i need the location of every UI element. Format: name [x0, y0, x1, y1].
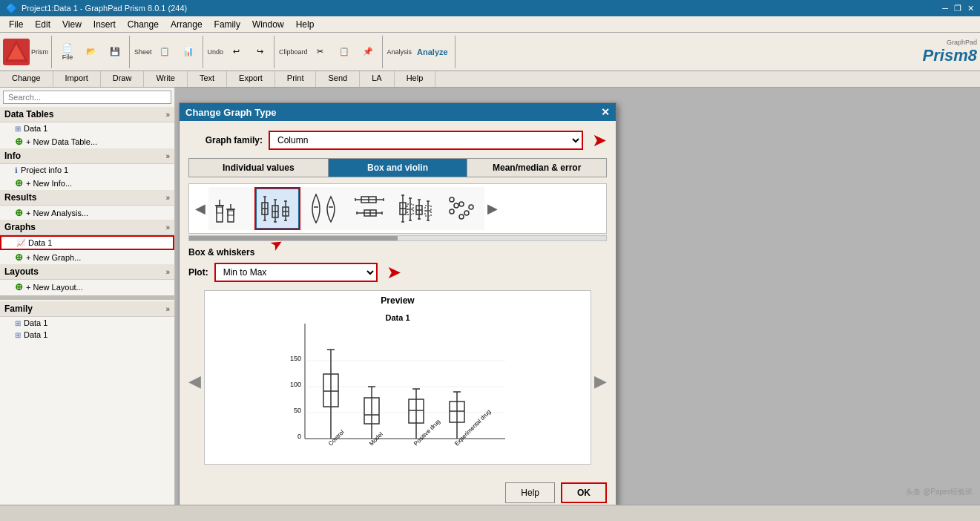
preview-nav-left[interactable]: ◀ — [188, 372, 201, 391]
undo-button[interactable]: ↩ — [225, 45, 247, 59]
menu-change[interactable]: Change — [122, 18, 165, 31]
ok-button[interactable]: OK — [561, 482, 607, 503]
svg-point-57 — [450, 197, 454, 202]
sheet-icon2: 📊 — [183, 47, 194, 56]
copy-button[interactable]: 📋 — [333, 45, 355, 59]
sheet-label: Sheet — [134, 48, 152, 56]
tab-export[interactable]: Export — [227, 71, 275, 87]
menu-family[interactable]: Family — [208, 18, 246, 31]
close-button[interactable]: ✕ — [967, 4, 974, 13]
restore-button[interactable]: ❐ — [954, 4, 961, 13]
data-tables-header[interactable]: Data Tables » — [0, 107, 174, 122]
graphs-header[interactable]: Graphs » — [0, 220, 174, 235]
graph-type-horizontal-box[interactable] — [346, 187, 392, 230]
family-data1b-label: Data 1 — [24, 330, 47, 339]
sidebar-item-new-data-table[interactable]: ⊕ + New Data Table... — [0, 134, 174, 148]
new-button[interactable]: 📄 File — [56, 41, 79, 63]
arrow-plot: ➤ — [387, 262, 401, 283]
sidebar-item-project-info[interactable]: ℹ Project info 1 — [0, 164, 174, 176]
sidebar-item-new-analysis[interactable]: ⊕ + New Analysis... — [0, 206, 174, 220]
tab-send[interactable]: Send — [316, 71, 360, 87]
graph-type-box-whiskers[interactable] — [254, 187, 300, 230]
graph-grid-scrollbar[interactable] — [188, 235, 607, 241]
data-tables-arrow: » — [165, 111, 170, 119]
cut-button[interactable]: ✂ — [309, 45, 332, 59]
tab-box-violin[interactable]: Box and violin — [329, 159, 468, 177]
svg-text:Control: Control — [327, 429, 346, 448]
sidebar-item-data1[interactable]: ⊞ Data 1 — [0, 122, 174, 134]
tab-individual-values[interactable]: Individual values — [189, 159, 329, 177]
graph-type-grouped-box[interactable] — [392, 187, 438, 230]
plot-select[interactable]: Min to Max 10 to 90 percentile 25 to 75 … — [214, 263, 378, 282]
open-button[interactable]: 📂 — [80, 45, 102, 59]
save-button[interactable]: 💾 — [104, 45, 126, 59]
graph-nav-left[interactable]: ◀ — [192, 200, 208, 217]
toolbar-sheet-section: Sheet 📋 📊 — [134, 36, 203, 68]
graph-type-scatter[interactable] — [438, 187, 484, 230]
section-family: Family » ⊞ Data 1 ⊞ Data 1 — [0, 301, 174, 341]
tab-help[interactable]: Help — [395, 71, 436, 87]
sidebar-item-new-graph[interactable]: ⊕ + New Graph... — [0, 250, 174, 264]
sheet-btn2[interactable]: 📊 — [177, 45, 200, 59]
scatter-icon — [443, 191, 480, 226]
graph-family-select[interactable]: Column XY Grouped Contingency Survival P… — [269, 131, 583, 150]
svg-text:Experimental drug: Experimental drug — [453, 408, 492, 447]
analyze-button[interactable]: Analyze — [413, 45, 452, 59]
graphs-arrow: » — [165, 223, 170, 232]
tab-la[interactable]: LA — [360, 71, 394, 87]
data-tables-label: Data Tables — [4, 109, 53, 119]
paste-button[interactable]: 📌 — [357, 45, 379, 59]
sidebar-item-family-data1a[interactable]: ⊞ Data 1 — [0, 317, 174, 329]
info-header[interactable]: Info » — [0, 148, 174, 164]
tab-mean-median-error[interactable]: Mean/median & error — [467, 159, 606, 177]
layouts-arrow: » — [165, 268, 170, 276]
sidebar-item-new-info[interactable]: ⊕ + New Info... — [0, 176, 174, 190]
redo-button[interactable]: ↪ — [249, 45, 271, 59]
content-area: Change Graph Type ✕ Graph family: Column… — [175, 88, 980, 505]
toolbar: Prism 📄 File 📂 💾 Sheet 📋 📊 Undo ↩ ↪ Clip… — [0, 33, 980, 71]
menu-window[interactable]: Window — [246, 18, 290, 31]
results-header[interactable]: Results » — [0, 190, 174, 206]
tab-import[interactable]: Import — [53, 71, 101, 87]
menu-edit[interactable]: Edit — [29, 18, 56, 31]
graph-type-bars[interactable] — [208, 187, 254, 230]
prism-label: Prism — [31, 48, 48, 56]
graph-nav-right[interactable]: ▶ — [484, 200, 501, 217]
menu-view[interactable]: View — [56, 18, 88, 31]
search-input[interactable] — [3, 91, 171, 104]
preview-container: ◀ Preview Data 1 — [188, 290, 607, 472]
menu-arrange[interactable]: Arrange — [165, 18, 208, 31]
graph-type-violin[interactable] — [300, 187, 346, 230]
layouts-header[interactable]: Layouts » — [0, 264, 174, 280]
preview-section: Preview Data 1 0 — [204, 290, 591, 465]
tab-draw[interactable]: Draw — [101, 71, 145, 87]
sidebar-item-graphs-data1[interactable]: 📈 Data 1 — [0, 235, 174, 250]
add-info-icon: ⊕ — [15, 177, 23, 189]
section-layouts: Layouts » ⊕ + New Layout... — [0, 264, 174, 294]
data1-label: Data 1 — [24, 124, 47, 133]
minimize-button[interactable]: ─ — [942, 4, 948, 13]
dialog-body: Graph family: Column XY Grouped Continge… — [180, 121, 616, 505]
section-results: Results » ⊕ + New Analysis... — [0, 190, 174, 220]
sidebar-item-new-layout[interactable]: ⊕ + New Layout... — [0, 280, 174, 294]
tab-change[interactable]: Change — [0, 71, 53, 87]
tab-print[interactable]: Print — [275, 71, 317, 87]
sidebar-item-family-data1b[interactable]: ⊞ Data 1 — [0, 329, 174, 341]
menu-file[interactable]: File — [3, 18, 29, 31]
graph-family-label: Graph family: — [188, 135, 263, 145]
family-header[interactable]: Family » — [0, 301, 174, 317]
tab-write[interactable]: Write — [144, 71, 187, 87]
preview-nav-right[interactable]: ▶ — [594, 372, 607, 391]
new-graph-label: + New Graph... — [26, 253, 81, 262]
menu-help[interactable]: Help — [290, 18, 320, 31]
graph-icon: 📈 — [16, 239, 25, 247]
menu-insert[interactable]: Insert — [88, 18, 122, 31]
new-analysis-label: + New Analysis... — [26, 209, 88, 217]
violin-icon — [305, 191, 342, 226]
dialog-overlay: Change Graph Type ✕ Graph family: Column… — [175, 88, 980, 505]
dialog-close-button[interactable]: ✕ — [601, 106, 610, 118]
tab-text[interactable]: Text — [188, 71, 227, 87]
help-button[interactable]: Help — [505, 482, 555, 503]
svg-text:150: 150 — [290, 355, 301, 362]
sheet-btn1[interactable]: 📋 — [154, 45, 176, 59]
